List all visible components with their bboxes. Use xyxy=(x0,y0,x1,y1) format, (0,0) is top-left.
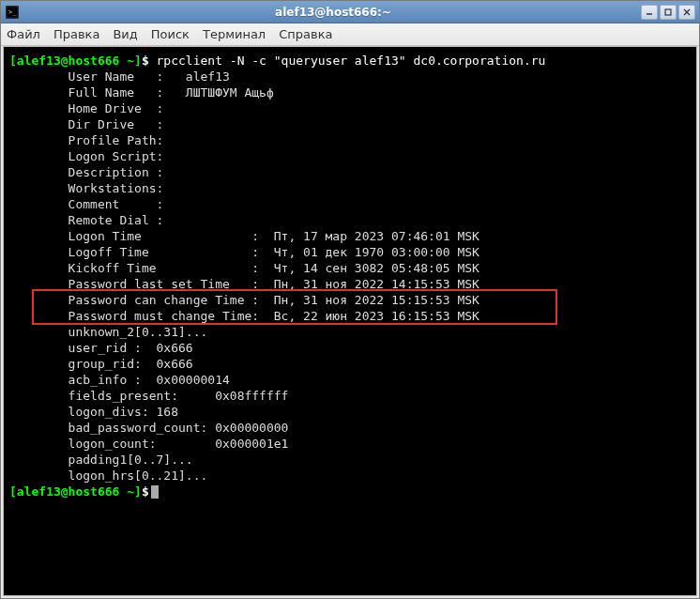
out-l16: unknown_2[0..31]... xyxy=(9,325,207,339)
out-l11: Logoff Time : Чт, 01 дек 1970 03:00:00 M… xyxy=(9,245,479,259)
terminal-icon: >_ xyxy=(5,5,20,20)
command-text: rpcclient -N -c "queryuser alef13" dc0.c… xyxy=(157,54,546,68)
out-l8: Comment : xyxy=(9,197,163,211)
prompt-line-1: [alef13@host666 ~]$ rpcclient -N -c "que… xyxy=(9,54,545,68)
cursor xyxy=(151,485,159,499)
out-l7: Workstations: xyxy=(9,181,163,195)
terminal-window: >_ alef13@host666:~ Файл Правка Вид Поис… xyxy=(0,0,700,599)
menubar: Файл Правка Вид Поиск Терминал Справка xyxy=(1,23,699,46)
out-l24: padding1[0..7]... xyxy=(9,453,193,467)
out-l19: acb_info : 0x00000014 xyxy=(9,373,230,387)
menu-help[interactable]: Справка xyxy=(279,27,332,41)
svg-rect-4 xyxy=(665,9,671,15)
window-title: alef13@host666:~ xyxy=(25,6,641,19)
menu-terminal[interactable]: Терминал xyxy=(203,27,266,41)
out-l23: logon_count: 0x000001e1 xyxy=(9,437,288,451)
out-l17: user_rid : 0x666 xyxy=(9,341,193,355)
out-l15: Password must change Time: Вс, 22 июн 20… xyxy=(9,309,479,323)
out-l14: Password can change Time : Пн, 31 ноя 20… xyxy=(9,293,479,307)
out-l25: logon_hrs[0..21]... xyxy=(9,468,207,483)
terminal-area[interactable]: [alef13@host666 ~]$ rpcclient -N -c "que… xyxy=(3,46,697,596)
out-l3: Dir Drive : xyxy=(9,117,163,131)
out-l4: Profile Path: xyxy=(9,133,163,147)
menu-view[interactable]: Вид xyxy=(113,27,137,41)
out-l13: Password last set Time : Пн, 31 ноя 2022… xyxy=(9,277,479,291)
menu-edit[interactable]: Правка xyxy=(53,27,99,41)
out-l22: bad_password_count: 0x00000000 xyxy=(9,421,288,435)
minimize-button[interactable] xyxy=(641,5,658,20)
close-button[interactable] xyxy=(678,5,695,20)
out-l10: Logon Time : Пт, 17 мар 2023 07:46:01 MS… xyxy=(9,229,479,243)
out-l6: Description : xyxy=(9,165,163,179)
titlebar: >_ alef13@host666:~ xyxy=(1,1,699,23)
out-l18: group_rid: 0x666 xyxy=(9,357,193,371)
menu-search[interactable]: Поиск xyxy=(151,27,190,41)
out-l9: Remote Dial : xyxy=(9,213,163,227)
window-controls xyxy=(641,5,695,20)
out-l2: Home Drive : xyxy=(9,101,163,115)
maximize-button[interactable] xyxy=(660,5,677,20)
prompt-line-2: [alef13@host666 ~]$ xyxy=(9,484,159,499)
out-l1: Full Name : ЛШТШФУМ Ащьф xyxy=(9,85,274,100)
svg-text:>_: >_ xyxy=(8,8,17,16)
menu-file[interactable]: Файл xyxy=(7,27,40,41)
out-l21: logon_divs: 168 xyxy=(9,405,178,419)
out-l12: Kickoff Time : Чт, 14 сен 3082 05:48:05 … xyxy=(9,261,479,275)
out-l5: Logon Script: xyxy=(9,149,163,163)
out-l20: fields_present: 0x08ffffff xyxy=(9,389,288,403)
out-l0: User Name : alef13 xyxy=(9,69,230,84)
